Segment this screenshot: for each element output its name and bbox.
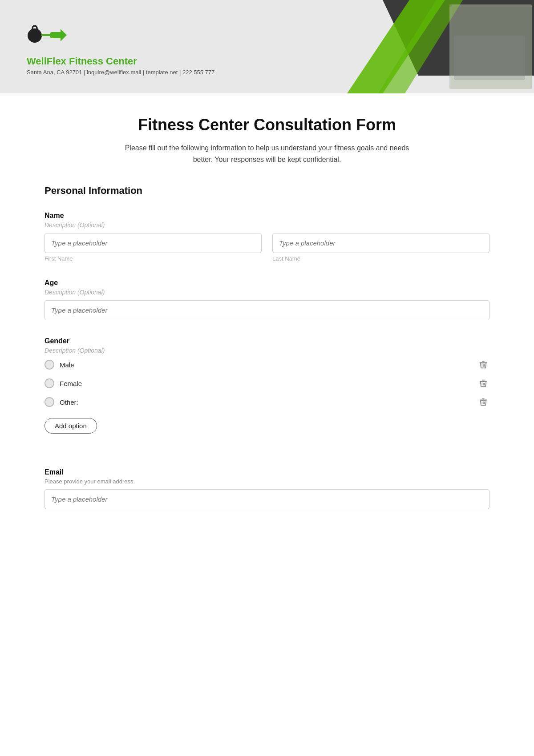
first-name-sublabel: First Name bbox=[44, 255, 262, 262]
gender-male-label: Male bbox=[60, 361, 74, 369]
svg-rect-16 bbox=[482, 380, 485, 381]
svg-rect-4 bbox=[454, 36, 525, 80]
delete-other-icon[interactable] bbox=[477, 396, 490, 408]
name-label: Name bbox=[44, 212, 490, 220]
svg-rect-11 bbox=[482, 361, 485, 362]
email-field-group: Email Please provide your email address. bbox=[44, 468, 490, 509]
radio-circle-female[interactable] bbox=[44, 378, 54, 388]
age-label: Age bbox=[44, 279, 490, 287]
age-description: Description (Optional) bbox=[44, 289, 490, 296]
email-description: Please provide your email address. bbox=[44, 478, 490, 485]
last-name-sublabel: Last Name bbox=[272, 255, 490, 262]
last-name-wrapper: Last Name bbox=[272, 233, 490, 262]
gender-other-label: Other: bbox=[60, 398, 78, 406]
age-field-group: Age Description (Optional) bbox=[44, 279, 490, 320]
gender-option-male: Male bbox=[44, 358, 490, 371]
delete-male-icon[interactable] bbox=[477, 358, 490, 371]
header-bg-decoration bbox=[294, 0, 534, 93]
email-label: Email bbox=[44, 468, 490, 476]
main-content: Fitness Center Consultation Form Please … bbox=[0, 93, 534, 553]
brand-logo bbox=[27, 18, 67, 51]
radio-circle-other[interactable] bbox=[44, 397, 54, 407]
svg-rect-21 bbox=[482, 398, 485, 399]
first-name-wrapper: First Name bbox=[44, 233, 262, 262]
svg-marker-8 bbox=[61, 29, 67, 41]
name-field-group: Name Description (Optional) First Name L… bbox=[44, 212, 490, 262]
delete-female-icon[interactable] bbox=[477, 377, 490, 390]
svg-rect-9 bbox=[41, 34, 51, 36]
name-description: Description (Optional) bbox=[44, 221, 490, 229]
logo-area: WellFlex Fitness Center Santa Ana, CA 92… bbox=[27, 18, 214, 76]
gender-field-group: Gender Description (Optional) Male bbox=[44, 337, 490, 434]
brand-info: Santa Ana, CA 92701 | inquire@wellflex.m… bbox=[27, 69, 214, 76]
gender-option-female: Female bbox=[44, 377, 490, 390]
gender-label: Gender bbox=[44, 337, 490, 345]
age-input[interactable] bbox=[44, 300, 490, 320]
gender-description: Description (Optional) bbox=[44, 347, 490, 354]
form-subtitle: Please fill out the following informatio… bbox=[122, 142, 412, 165]
radio-circle-male[interactable] bbox=[44, 360, 54, 370]
brand-name: WellFlex Fitness Center bbox=[27, 56, 214, 67]
add-option-button[interactable]: Add option bbox=[44, 418, 97, 434]
first-name-input[interactable] bbox=[44, 233, 262, 253]
name-input-row: First Name Last Name bbox=[44, 233, 490, 262]
header: WellFlex Fitness Center Santa Ana, CA 92… bbox=[0, 0, 534, 93]
gender-option-other: Other: bbox=[44, 396, 490, 408]
section-personal-title: Personal Information bbox=[44, 185, 490, 199]
last-name-input[interactable] bbox=[272, 233, 490, 253]
form-title: Fitness Center Consultation Form bbox=[44, 116, 490, 134]
gender-female-label: Female bbox=[60, 380, 82, 387]
email-input[interactable] bbox=[44, 489, 490, 509]
